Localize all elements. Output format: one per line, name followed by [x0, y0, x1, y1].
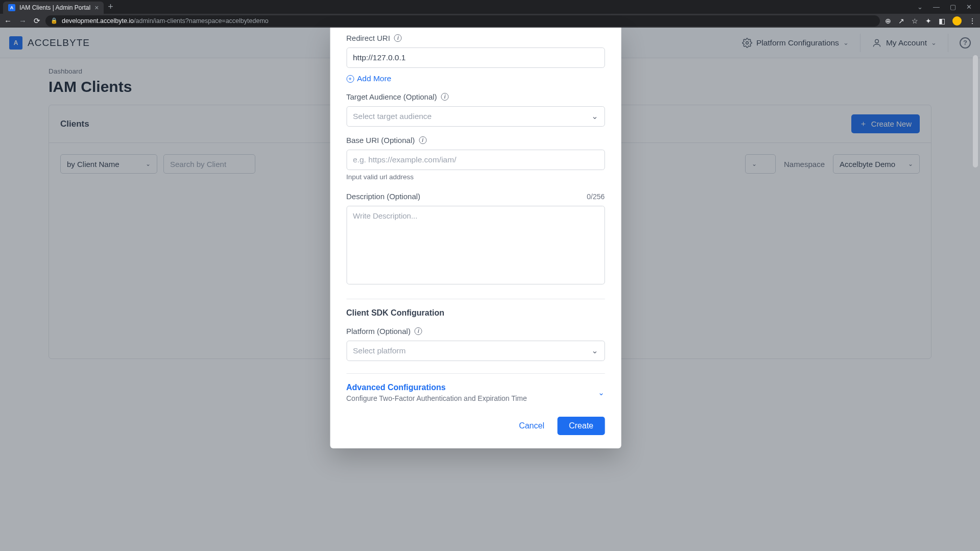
advanced-config-toggle[interactable]: Advanced Configurations Configure Two-Fa…: [346, 383, 605, 402]
advanced-subtitle: Configure Two-Factor Authentication and …: [346, 394, 527, 402]
browser-tab-strip: A IAM Clients | Admin Portal × + ⌄ ― ▢ ✕: [0, 0, 980, 14]
zoom-icon[interactable]: ⊕: [885, 17, 891, 25]
plus-circle-icon: +: [346, 75, 354, 83]
maximize-icon[interactable]: ▢: [950, 3, 956, 11]
description-counter: 0/256: [587, 193, 605, 201]
description-label: Description (Optional): [346, 192, 420, 201]
info-icon[interactable]: i: [394, 34, 402, 42]
bookmark-icon[interactable]: ☆: [912, 17, 918, 25]
page-scrollbar[interactable]: [972, 55, 979, 551]
forward-icon[interactable]: →: [19, 16, 27, 25]
redirect-uri-input[interactable]: [346, 47, 605, 68]
url-text: development.accelbyte.io/admin/iam-clien…: [62, 17, 269, 25]
back-icon[interactable]: ←: [4, 16, 12, 25]
cancel-button[interactable]: Cancel: [519, 421, 544, 430]
tab-title: IAM Clients | Admin Portal: [19, 4, 90, 11]
lock-icon: 🔒: [51, 17, 58, 24]
browser-toolbar: ← → ⟳ 🔒 development.accelbyte.io/admin/i…: [0, 14, 980, 28]
chevron-down-icon: ⌄: [598, 388, 605, 397]
window-controls: ⌄ ― ▢ ✕: [917, 3, 977, 11]
add-more-label: Add More: [357, 74, 391, 83]
address-bar[interactable]: 🔒 development.accelbyte.io/admin/iam-cli…: [45, 15, 880, 27]
description-textarea[interactable]: [346, 206, 605, 284]
base-uri-label: Base URI (Optional): [346, 136, 415, 145]
create-client-modal: Redirect URI i + Add More Target Audienc…: [330, 28, 621, 448]
profile-avatar-icon[interactable]: [952, 16, 962, 26]
add-more-button[interactable]: + Add More: [346, 74, 605, 83]
info-icon[interactable]: i: [419, 136, 426, 144]
chevron-down-icon: ⌄: [591, 112, 598, 121]
sidepanel-icon[interactable]: ◧: [939, 17, 945, 25]
browser-tab[interactable]: A IAM Clients | Admin Portal ×: [3, 2, 104, 14]
advanced-title: Advanced Configurations: [346, 383, 527, 392]
new-tab-button[interactable]: +: [108, 2, 113, 12]
divider: [346, 299, 605, 299]
info-icon[interactable]: i: [441, 93, 449, 101]
chevron-down-icon: ⌄: [591, 346, 598, 355]
target-audience-select[interactable]: Select target audience ⌄: [346, 106, 605, 127]
target-audience-label: Target Audience (Optional): [346, 92, 437, 101]
base-uri-input[interactable]: [346, 150, 605, 170]
scrollbar-thumb[interactable]: [973, 55, 978, 167]
target-audience-placeholder: Select target audience: [353, 112, 432, 121]
info-icon[interactable]: i: [415, 327, 422, 335]
extensions-icon[interactable]: ✦: [925, 17, 931, 25]
base-uri-helper: Input valid url address: [346, 173, 605, 181]
close-window-icon[interactable]: ✕: [966, 3, 972, 11]
minimize-icon[interactable]: ―: [933, 3, 940, 11]
divider: [346, 373, 605, 374]
platform-label: Platform (Optional): [346, 327, 411, 336]
redirect-uri-label: Redirect URI: [346, 34, 390, 42]
sdk-section-title: Client SDK Configuration: [346, 308, 605, 318]
platform-placeholder: Select platform: [353, 346, 405, 355]
favicon-icon: A: [8, 4, 15, 11]
create-button[interactable]: Create: [558, 417, 605, 435]
window-dropdown-icon[interactable]: ⌄: [917, 3, 923, 11]
close-tab-icon[interactable]: ×: [94, 4, 99, 12]
platform-select[interactable]: Select platform ⌄: [346, 341, 605, 361]
share-icon[interactable]: ↗: [898, 17, 904, 25]
kebab-menu-icon[interactable]: ⋮: [969, 17, 976, 25]
reload-icon[interactable]: ⟳: [34, 16, 40, 26]
